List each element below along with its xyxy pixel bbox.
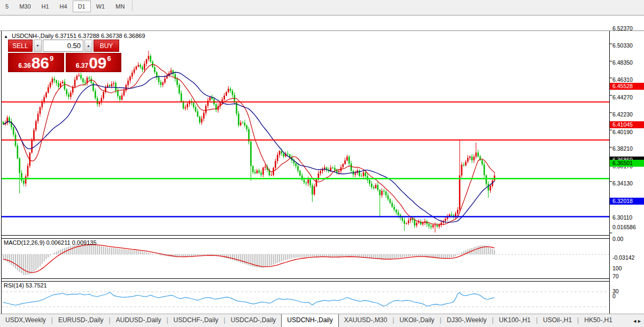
chart-title: ▲ USDCNH-,Daily 6.37151 6.37288 6.36738 … bbox=[4, 33, 145, 39]
price-badge-6.32018: 6.32018 bbox=[610, 198, 644, 205]
buy-price-prefix: 6.37 bbox=[76, 62, 88, 69]
macd-label: MACD(12,26,9) 0.006211 0.009135 bbox=[4, 239, 97, 246]
timeframe-button-5[interactable]: 5 bbox=[0, 1, 14, 12]
candles-layer bbox=[3, 51, 495, 232]
volume-decrease-button[interactable]: ▼ bbox=[34, 40, 42, 52]
bottom-tab-usdx-weekly[interactable]: USDX,Weekly bbox=[0, 314, 51, 327]
timeframe-button-d1[interactable]: D1 bbox=[73, 1, 91, 12]
bottom-tab-ukoil-daily[interactable]: UKOil-,Daily bbox=[394, 314, 440, 327]
bottom-tab-audusd-daily[interactable]: AUDUSD-,Daily bbox=[111, 314, 167, 327]
price-tick-label: 6.52370 bbox=[612, 25, 633, 32]
bottom-tab-xauusd-m30[interactable]: XAUUSD-,M30 bbox=[339, 314, 393, 327]
macd-pane[interactable] bbox=[2, 244, 609, 275]
bottom-tab-usdcad-daily[interactable]: USDCAD-,Daily bbox=[226, 314, 282, 327]
chart-tab-bar: USDX,Weekly|EURUSD-,Daily|AUDUSD-,Daily|… bbox=[0, 314, 644, 327]
tab-scroll-left-icon[interactable]: ◄ bbox=[632, 318, 637, 324]
tab-scroll-controls: ◄► bbox=[632, 314, 644, 327]
timeframe-button-w1[interactable]: W1 bbox=[91, 1, 111, 12]
rsi-label: RSI(14) 53.7521 bbox=[4, 282, 47, 289]
symbol-period-label: USDCNH-,Daily bbox=[12, 33, 53, 39]
price-tick-label: 6.38210 bbox=[612, 145, 633, 152]
price-badge-6.36501: 6.36501 bbox=[610, 160, 644, 167]
price-tick-label: 6.34130 bbox=[612, 180, 633, 186]
timeframe-button-h4[interactable]: H4 bbox=[55, 1, 73, 12]
timeframe-button-m30[interactable]: M30 bbox=[14, 1, 36, 12]
buy-price-pip: 6 bbox=[107, 54, 111, 63]
bottom-tab-usdcnh-daily[interactable]: USDCNH-,Daily bbox=[281, 314, 338, 327]
sell-price-main: 86 bbox=[32, 55, 49, 71]
macd-tick-label: 0.00 bbox=[612, 236, 623, 242]
sell-price-prefix: 6.36 bbox=[18, 62, 30, 69]
sell-price-box[interactable]: 6.36 86 9 bbox=[8, 53, 64, 72]
price-tick-label: 6.44270 bbox=[612, 94, 633, 100]
rsi-tick-label: 70 bbox=[612, 273, 619, 279]
timeframe-button-h1[interactable]: H1 bbox=[36, 1, 55, 12]
timeframe-button-mn[interactable]: MN bbox=[110, 1, 130, 12]
macd-main-value: 0.006211 bbox=[46, 239, 70, 246]
chart-window[interactable]: ▲ USDCNH-,Daily 6.37151 6.37288 6.36738 … bbox=[0, 15, 644, 314]
volume-increase-button[interactable]: ▲ bbox=[84, 40, 92, 52]
ma-slow-line bbox=[3, 73, 494, 222]
buy-button[interactable]: BUY bbox=[94, 40, 119, 52]
toolbar-separator bbox=[132, 1, 133, 11]
bottom-tab-hk50-h1[interactable]: HK50-,H1 bbox=[579, 314, 618, 327]
rsi-value: 53.7521 bbox=[26, 282, 47, 289]
bottom-tab-dj30-weekly[interactable]: DJ30-,Weekly bbox=[441, 314, 492, 327]
ma-fast-line bbox=[3, 65, 494, 225]
timeframe-toolbar: 5M30H1H4D1W1MN bbox=[0, 0, 644, 15]
bottom-tab-usdchf-daily[interactable]: USDCHF-,Daily bbox=[168, 314, 224, 327]
macd-tick-label: 0.016586 bbox=[612, 224, 636, 230]
main-price-pane[interactable] bbox=[2, 51, 609, 232]
price-badge-6.45528: 6.45528 bbox=[610, 83, 644, 90]
one-click-trade-panel: SELL ▼ ▲ BUY 6.36 86 9 6.37 09 6 bbox=[8, 40, 121, 72]
tab-scroll-right-icon[interactable]: ► bbox=[637, 318, 642, 324]
bottom-tab-uk100-h1[interactable]: UK100-,H1 bbox=[494, 314, 536, 327]
ohlc-values: 6.37151 6.37288 6.36738 6.36869 bbox=[55, 33, 145, 39]
trading-terminal-window: 5M30H1H4D1W1MN ▲ USDCNH-,Daily 6.37151 6… bbox=[0, 0, 644, 327]
sell-button[interactable]: SELL bbox=[8, 40, 33, 52]
price-tick-label: 6.50330 bbox=[612, 42, 633, 49]
sell-price-pip: 9 bbox=[50, 54, 53, 63]
bottom-tab-usoil-h1[interactable]: USOil-,H1 bbox=[538, 314, 577, 327]
collapse-icon[interactable]: ▲ bbox=[4, 34, 8, 39]
price-tick-label: 6.46310 bbox=[612, 76, 633, 83]
macd-tick-label: -0.03142 bbox=[612, 254, 634, 261]
bottom-tab-eurusd-daily[interactable]: EURUSD-,Daily bbox=[53, 314, 109, 327]
rsi-pane[interactable] bbox=[2, 292, 609, 307]
price-tick-label: 6.48350 bbox=[612, 59, 633, 66]
macd-signal-value: 0.009135 bbox=[72, 239, 97, 246]
volume-input[interactable] bbox=[43, 40, 83, 52]
rsi-tick-label: 100 bbox=[612, 265, 622, 271]
price-tick-label: 6.30110 bbox=[612, 214, 632, 221]
price-tick-label: 6.42230 bbox=[612, 111, 633, 118]
rsi-line bbox=[3, 292, 494, 306]
price-badge-6.41045: 6.41045 bbox=[610, 121, 644, 128]
price-tick-label: 6.40190 bbox=[612, 129, 633, 135]
buy-price-box[interactable]: 6.37 09 6 bbox=[66, 53, 122, 72]
rsi-tick-label: 0 bbox=[612, 293, 616, 299]
buy-price-main: 09 bbox=[89, 55, 106, 71]
